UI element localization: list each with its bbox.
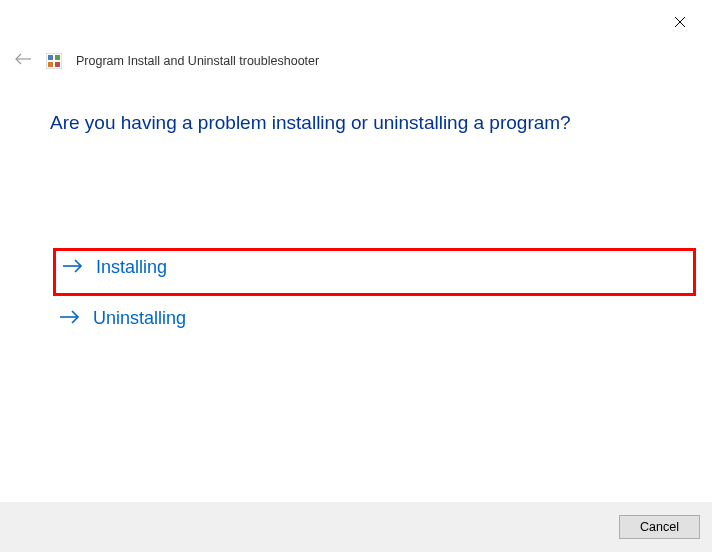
option-uninstalling-label: Uninstalling	[93, 308, 186, 329]
page-heading: Are you having a problem installing or u…	[50, 112, 571, 134]
window-title: Program Install and Uninstall troublesho…	[76, 54, 319, 68]
back-arrow-icon	[14, 52, 32, 66]
footer: Cancel	[0, 502, 712, 552]
option-installing-highlight: Installing	[53, 248, 696, 296]
cancel-button[interactable]: Cancel	[619, 515, 700, 539]
arrow-right-icon	[62, 258, 84, 278]
svg-rect-7	[55, 62, 60, 67]
svg-rect-5	[55, 55, 60, 60]
close-button[interactable]	[668, 10, 692, 34]
option-installing[interactable]: Installing	[62, 257, 167, 278]
app-icon	[46, 53, 62, 69]
close-icon	[674, 16, 686, 28]
svg-rect-6	[48, 62, 53, 67]
option-installing-label: Installing	[96, 257, 167, 278]
header: Program Install and Uninstall troublesho…	[14, 52, 319, 70]
svg-rect-4	[48, 55, 53, 60]
arrow-right-icon	[59, 309, 81, 329]
back-button	[14, 52, 32, 70]
option-uninstalling[interactable]: Uninstalling	[59, 308, 186, 329]
